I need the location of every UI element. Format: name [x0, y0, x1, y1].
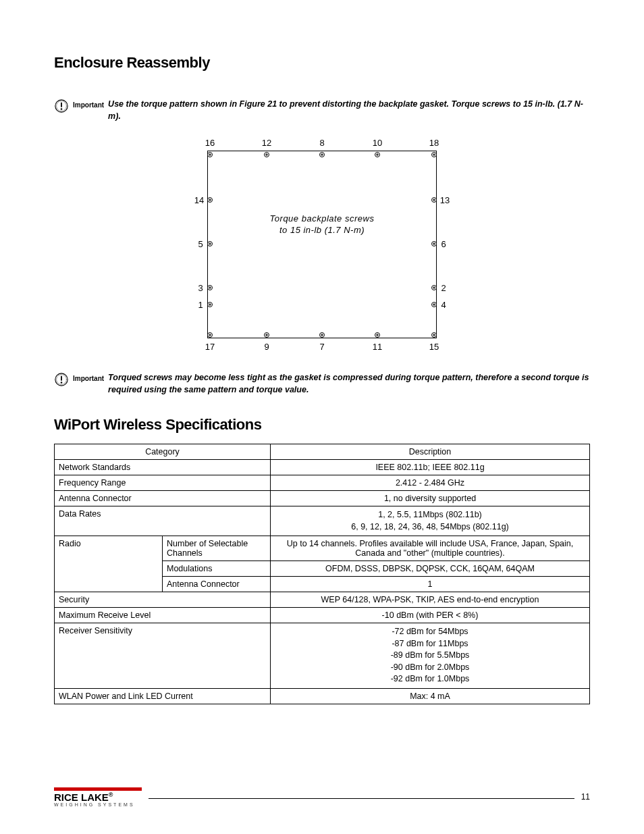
- important-label: Important: [73, 372, 104, 382]
- svg-point-7: [61, 382, 63, 384]
- screw-icon: [319, 332, 325, 338]
- screw-number: 8: [319, 138, 324, 148]
- screw-icon: [207, 241, 213, 246]
- table-row: Category Description: [55, 444, 590, 460]
- screw-icon: [207, 332, 213, 338]
- svg-rect-6: [61, 376, 62, 381]
- screw-icon: [431, 285, 437, 290]
- table-row: Antenna Connector 1, no diversity suppor…: [55, 491, 590, 506]
- important-note-1: Important Use the torque pattern shown i…: [54, 99, 590, 122]
- table-row: WLAN Power and Link LED Current Max: 4 m…: [55, 688, 590, 704]
- table-row: Network Standards IEEE 802.11b; IEEE 802…: [55, 460, 590, 475]
- heading-enclosure-reassembly: Enclosure Reassembly: [54, 54, 590, 72]
- logo-bar: [54, 787, 142, 791]
- screw-icon: [207, 285, 213, 290]
- screw-number: 1: [198, 300, 203, 310]
- screw-number: 14: [194, 195, 204, 205]
- important-note-2: Important Torqued screws may become less…: [54, 372, 590, 396]
- screw-icon: [431, 197, 437, 203]
- important-text-2: Torqued screws may become less tight as …: [108, 372, 590, 396]
- screw-number: 7: [319, 342, 324, 352]
- diagram-caption: Torque backplate screws to 15 in-lb (1.7…: [270, 213, 375, 236]
- screw-number: 15: [429, 342, 439, 352]
- important-text-1: Use the torque pattern shown in Figure 2…: [108, 99, 590, 122]
- screw-number: 2: [441, 283, 446, 293]
- page-number: 11: [581, 792, 590, 802]
- screw-icon: [207, 152, 213, 157]
- important-icon: [54, 99, 69, 113]
- screw-icon: [264, 152, 269, 157]
- table-row: Data Rates 1, 2, 5.5, 11Mbps (802.11b) 6…: [55, 506, 590, 536]
- torque-diagram: Torque backplate screws to 15 in-lb (1.7…: [54, 136, 590, 352]
- brand-logo: RICE LAKE® WEIGHING SYSTEMS: [54, 787, 142, 807]
- screw-icon: [431, 241, 437, 246]
- table-row: Frequency Range 2.412 - 2.484 GHz: [55, 475, 590, 491]
- screw-number: 17: [205, 342, 215, 352]
- screw-icon: [319, 152, 325, 157]
- spec-table: Category Description Network Standards I…: [54, 444, 590, 704]
- col-category: Category: [55, 444, 271, 460]
- svg-point-3: [61, 108, 63, 110]
- screw-icon: [207, 302, 213, 307]
- screw-number: 16: [205, 138, 215, 148]
- col-description: Description: [271, 444, 590, 460]
- screw-number: 11: [373, 342, 382, 352]
- table-row: Receiver Sensitivity -72 dBm for 54Mbps …: [55, 623, 590, 689]
- important-icon: [54, 372, 69, 387]
- screw-icon: [431, 332, 437, 338]
- table-row: Radio Number of Selectable Channels Up t…: [55, 536, 590, 561]
- screw-number: 18: [429, 138, 439, 148]
- important-label: Important: [73, 99, 104, 109]
- screw-number: 10: [373, 138, 382, 148]
- screw-icon: [375, 332, 380, 338]
- screw-icon: [431, 152, 437, 157]
- screw-icon: [375, 152, 380, 157]
- table-row: Maximum Receive Level -10 dBm (with PER …: [55, 608, 590, 623]
- screw-number: 4: [441, 300, 446, 310]
- screw-number: 13: [440, 195, 450, 205]
- screw-number: 5: [198, 239, 203, 249]
- screw-number: 12: [262, 138, 271, 148]
- screw-number: 9: [264, 342, 269, 352]
- svg-rect-2: [61, 103, 62, 107]
- page-footer: RICE LAKE® WEIGHING SYSTEMS 11: [54, 787, 590, 807]
- table-row: Security WEP 64/128, WPA-PSK, TKIP, AES …: [55, 592, 590, 608]
- brand-tagline: WEIGHING SYSTEMS: [54, 802, 142, 807]
- heading-wiport-specs: WiPort Wireless Specifications: [54, 416, 590, 434]
- brand-name: RICE LAKE®: [54, 792, 142, 802]
- footer-rule: [149, 798, 574, 799]
- screw-icon: [264, 332, 269, 338]
- screw-number: 3: [198, 283, 203, 293]
- screw-icon: [431, 302, 437, 307]
- diagram-frame: [207, 151, 437, 338]
- screw-icon: [207, 197, 213, 203]
- screw-number: 6: [441, 239, 446, 249]
